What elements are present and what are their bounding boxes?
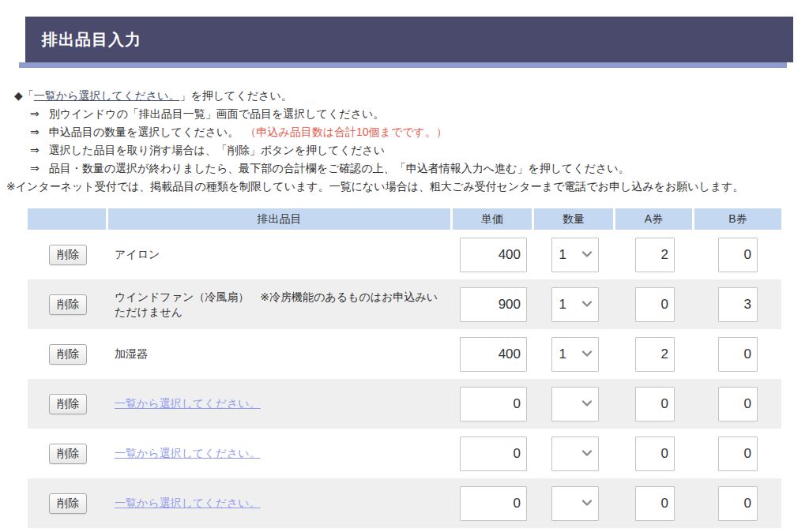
delete-button[interactable]: 削除 (49, 245, 87, 265)
quantity-select[interactable] (551, 387, 599, 421)
unit-price-input[interactable] (460, 387, 527, 421)
quantity-cell: 1 (534, 230, 615, 279)
ticket-a-input[interactable] (635, 486, 675, 521)
arrow-icon: ⇒ (30, 162, 40, 174)
quantity-cell (534, 379, 615, 429)
delete-cell: 削除 (28, 329, 108, 379)
chevron-down-icon (581, 251, 593, 258)
ticket-a-input[interactable] (635, 337, 675, 372)
ticket-b-input[interactable] (718, 337, 758, 372)
quantity-cell (534, 429, 615, 478)
item-cell: 加湿器 (108, 329, 453, 379)
table-row: 削除 一覧から選択してください。 (28, 478, 781, 528)
ticket-b-input[interactable] (718, 436, 758, 471)
ticket-b-input[interactable] (718, 287, 758, 322)
ticket-a-cell (615, 279, 694, 329)
page-title-bar: 排出品目入力 (25, 17, 793, 62)
instructions: ◆「一覧から選択してください。」を押してください。 ⇒別ウインドウの「排出品目一… (14, 87, 793, 196)
instruction-step: ⇒申込品目の数量を選択してください。（申込み品目数は合計10個までです。） (14, 123, 793, 141)
ticket-b-cell (694, 279, 781, 329)
ticket-a-cell (615, 478, 694, 528)
unit-price-input[interactable] (460, 486, 527, 521)
lead-suffix: 」を押してください。 (179, 89, 292, 102)
ticket-a-cell (615, 429, 694, 478)
ticket-b-input[interactable] (718, 238, 758, 272)
delete-cell: 削除 (28, 379, 108, 429)
table-header-row: 排出品目 単価 数量 A券 B券 (28, 208, 781, 230)
chevron-down-icon (581, 450, 593, 457)
ticket-b-cell (694, 329, 781, 379)
ticket-a-input[interactable] (635, 436, 675, 471)
ticket-a-input[interactable] (635, 387, 675, 421)
restriction-note: ※インターネット受付では、掲載品目の種類を制限しています。一覧にない場合は、粗大… (6, 178, 793, 196)
page-title: 排出品目入力 (42, 29, 141, 51)
delete-button[interactable]: 削除 (49, 444, 87, 464)
unit-price-input[interactable] (460, 337, 527, 372)
chevron-down-icon (581, 500, 593, 507)
instruction-step: ⇒選択した品目を取り消す場合は、「削除」ボタンを押してください (14, 141, 793, 159)
ticket-a-cell (615, 230, 694, 279)
step-text: 申込品目の数量を選択してください。 (49, 126, 239, 138)
quantity-select[interactable] (551, 436, 599, 471)
unit-price-cell (453, 429, 534, 478)
table-body: 削除 アイロン 1 削除 ウインドファン（冷風扇） ※冷房機 (28, 230, 781, 528)
quantity-select[interactable] (551, 486, 599, 521)
quantity-select[interactable]: 1 (551, 337, 599, 372)
delete-cell: 削除 (28, 478, 108, 528)
arrow-icon: ⇒ (30, 144, 40, 156)
unit-price-input[interactable] (460, 436, 527, 471)
instruction-lead: ◆「一覧から選択してください。」を押してください。 (14, 87, 793, 105)
select-from-list-link[interactable]: 一覧から選択してください。 (115, 396, 261, 411)
lead-prefix: ◆「 (14, 89, 34, 102)
instruction-step: ⇒品目・数量の選択が終わりましたら、最下部の合計欄をご確認の上、「申込者情報入力… (14, 159, 793, 178)
unit-price-input[interactable] (460, 238, 527, 272)
select-from-list-link[interactable]: 一覧から選択してください。 (115, 446, 261, 461)
unit-price-cell (453, 478, 534, 528)
delete-button[interactable]: 削除 (49, 294, 87, 315)
ticket-a-cell (615, 379, 694, 429)
item-cell: 一覧から選択してください。 (108, 379, 453, 429)
item-cell: アイロン (108, 230, 453, 279)
item-table: 排出品目 単価 数量 A券 B券 削除 アイロン 1 (28, 208, 781, 528)
item-name: ウインドファン（冷風扇） ※冷房機能のあるものはお申込みいただけません (115, 290, 440, 320)
ticket-b-input[interactable] (718, 486, 758, 521)
quantity-cell (534, 478, 615, 528)
quantity-cell: 1 (534, 329, 615, 379)
step-text: 別ウインドウの「排出品目一覧」画面で品目を選択してください。 (49, 107, 385, 120)
quantity-select[interactable]: 1 (551, 287, 599, 322)
quantity-value: 1 (559, 347, 566, 362)
item-name: 加湿器 (115, 347, 148, 362)
item-cell: 一覧から選択してください。 (108, 478, 453, 528)
delete-button[interactable]: 削除 (49, 394, 87, 414)
select-from-list-link[interactable]: 一覧から選択してください。 (115, 496, 261, 511)
table-row: 削除 一覧から選択してください。 (28, 379, 781, 429)
step-warning-text: （申込み品目数は合計10個までです。） (245, 126, 447, 138)
instruction-steps: ⇒別ウインドウの「排出品目一覧」画面で品目を選択してください。⇒申込品目の数量を… (14, 105, 793, 178)
delete-button[interactable]: 削除 (49, 344, 87, 365)
ticket-b-cell (694, 478, 781, 528)
unit-price-cell (453, 230, 534, 279)
chevron-down-icon (581, 400, 593, 407)
select-from-list-instruction-link[interactable]: 一覧から選択してください。 (34, 89, 180, 102)
header-ticket-b: B券 (694, 208, 781, 230)
unit-price-input[interactable] (460, 287, 527, 322)
arrow-icon: ⇒ (30, 126, 40, 138)
ticket-a-input[interactable] (635, 287, 675, 322)
ticket-b-cell (694, 230, 781, 279)
ticket-a-input[interactable] (635, 238, 675, 272)
ticket-b-input[interactable] (718, 387, 758, 421)
quantity-select[interactable]: 1 (551, 238, 599, 272)
ticket-b-cell (694, 429, 781, 478)
quantity-value: 1 (559, 247, 566, 263)
ticket-a-cell (615, 329, 694, 379)
instruction-step: ⇒別ウインドウの「排出品目一覧」画面で品目を選択してください。 (14, 105, 793, 123)
header-item: 排出品目 (108, 208, 450, 230)
header-delete-column (28, 208, 106, 230)
item-name: アイロン (115, 247, 160, 262)
unit-price-cell (453, 279, 534, 329)
quantity-cell: 1 (534, 279, 615, 329)
delete-button[interactable]: 削除 (49, 493, 87, 514)
unit-price-cell (453, 379, 534, 429)
table-row: 削除 加湿器 1 (28, 329, 781, 379)
unit-price-cell (453, 329, 534, 379)
